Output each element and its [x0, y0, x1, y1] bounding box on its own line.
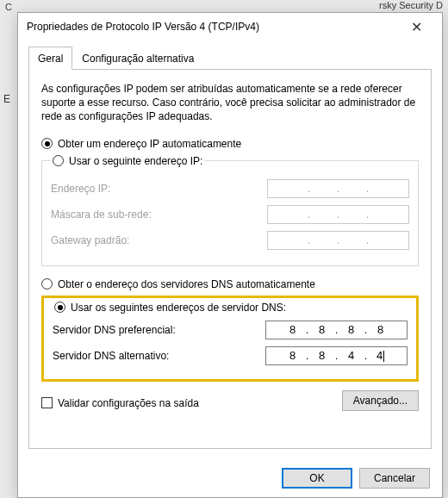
fieldset-manual-dns: Usar os seguintes endereços de servidor … [49, 302, 411, 372]
background-fragment-right: rsky Security D [379, 0, 443, 10]
close-icon[interactable]: ✕ [399, 19, 433, 35]
dns-highlight-box: Usar os seguintes endereços de servidor … [41, 296, 419, 382]
ip-address-label: Endereço IP: [51, 183, 110, 195]
checkbox-icon [41, 397, 53, 408]
gateway-input: . . . [267, 231, 409, 250]
dialog-footer: OK Cancelar [282, 468, 430, 489]
description-text: As configurações IP podem ser atribuídas… [41, 82, 419, 124]
ip-address-input: . . . [267, 179, 409, 198]
radio-icon [41, 278, 53, 289]
validate-on-exit-label: Validar configurações na saída [58, 397, 199, 409]
subnet-mask-input: . . . [267, 205, 409, 224]
dns-alternate-input[interactable]: 8. 8. 4. 4 [265, 346, 408, 365]
radio-icon [41, 138, 53, 149]
tab-general[interactable]: Geral [28, 47, 72, 70]
radio-ip-manual-label: Usar o seguinte endereço IP: [69, 155, 202, 167]
tab-strip: Geral Configuração alternativa [28, 46, 432, 70]
radio-icon [54, 302, 65, 313]
radio-dns-auto[interactable]: Obter o endereço dos servidores DNS auto… [41, 278, 419, 290]
radio-dns-manual-label: Usar os seguintes endereços de servidor … [71, 302, 286, 314]
radio-ip-manual[interactable]: Usar o seguinte endereço IP: [53, 155, 202, 167]
radio-ip-auto[interactable]: Obter um endereço IP automaticamente [41, 138, 419, 150]
radio-dns-auto-label: Obter o endereço dos servidores DNS auto… [58, 278, 315, 290]
dialog-title: Propriedades de Protocolo IP Versão 4 (T… [27, 21, 399, 33]
dns-alternate-label: Servidor DNS alternativo: [53, 350, 169, 362]
ok-button[interactable]: OK [282, 468, 352, 489]
radio-dns-manual[interactable]: Usar os seguintes endereços de servidor … [54, 302, 286, 314]
cancel-button[interactable]: Cancelar [359, 468, 430, 489]
text-caret [383, 351, 384, 362]
fieldset-manual-ip: Usar o seguinte endereço IP: Endereço IP… [41, 155, 419, 266]
validate-on-exit-checkbox[interactable]: Validar configurações na saída [41, 397, 199, 409]
background-fragment-side: E [3, 93, 10, 105]
radio-ip-auto-label: Obter um endereço IP automaticamente [58, 138, 241, 150]
dns-preferred-label: Servidor DNS preferencial: [53, 324, 176, 336]
tab-alternate-config[interactable]: Configuração alternativa [72, 47, 203, 70]
ipv4-properties-dialog: Propriedades de Protocolo IP Versão 4 (T… [17, 12, 443, 498]
subnet-mask-label: Máscara de sub-rede: [51, 209, 152, 221]
titlebar: Propriedades de Protocolo IP Versão 4 (T… [18, 13, 442, 40]
advanced-button[interactable]: Avançado... [342, 390, 419, 411]
tab-panel-general: As configurações IP podem ser atribuídas… [28, 70, 432, 449]
radio-icon [53, 155, 64, 166]
dns-preferred-input[interactable]: 8. 8. 8. 8 [265, 321, 408, 339]
gateway-label: Gateway padrão: [51, 234, 129, 246]
